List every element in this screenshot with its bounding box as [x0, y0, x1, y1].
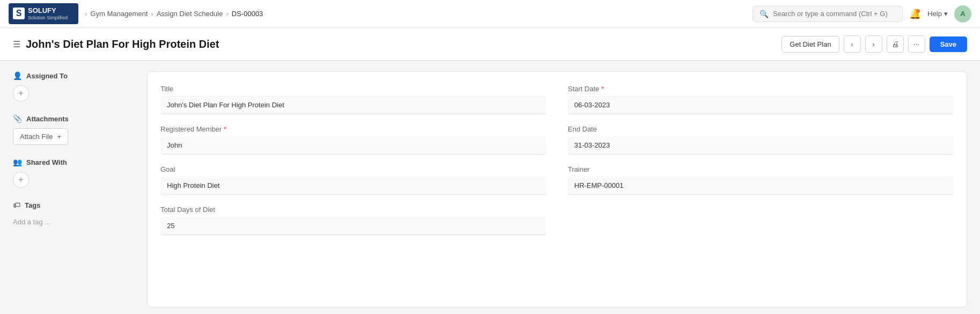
shared-with-section: 👥 Shared With + — [13, 158, 136, 188]
end-date-group: End Date — [568, 125, 954, 155]
hamburger-icon[interactable]: ☰ — [13, 39, 20, 49]
search-box[interactable]: 🔍 — [752, 6, 903, 22]
breadcrumb-sep-2: › — [226, 10, 228, 18]
nav-right: 🔍 🔔 Help ▾ A — [752, 5, 971, 23]
trainer-input[interactable] — [568, 177, 954, 195]
registered-member-group: Registered Member * — [160, 125, 546, 155]
goal-group: Goal — [160, 165, 546, 195]
attach-file-label: Attach File — [20, 133, 53, 141]
logo-icon: S — [13, 8, 25, 19]
logo-text: SOLUFY Solution Simplified — [28, 6, 68, 20]
page-title: John's Diet Plan For High Protein Diet — [26, 38, 219, 50]
add-assigned-to-button[interactable]: + — [13, 85, 29, 101]
share-icon: 👥 — [13, 158, 22, 166]
notification-bell-button[interactable]: 🔔 — [909, 8, 921, 20]
start-date-group: Start Date * — [568, 85, 954, 114]
header-actions: Get Diet Plan ‹ › 🖨 ··· Save — [781, 35, 967, 53]
breadcrumb-gym-management[interactable]: Gym Management — [90, 10, 148, 18]
add-tag-link[interactable]: Add a tag ... — [13, 218, 50, 226]
print-button[interactable]: 🖨 — [887, 35, 904, 53]
breadcrumb: › Gym Management › Assign Diet Schedule … — [85, 10, 263, 18]
breadcrumb-assign-diet[interactable]: Assign Diet Schedule — [157, 10, 223, 18]
logo[interactable]: S SOLUFY Solution Simplified — [9, 3, 78, 24]
start-date-input[interactable] — [568, 96, 954, 114]
breadcrumb-sep-0: › — [85, 10, 87, 18]
help-label: Help — [927, 10, 942, 18]
goal-label: Goal — [160, 165, 546, 173]
form-grid: Title Start Date * Registered Member * E… — [160, 85, 954, 235]
chevron-left-icon: ‹ — [851, 40, 853, 48]
trainer-label: Trainer — [568, 165, 954, 173]
sidebar: 👤 Assigned To + 📎 Attachments Attach Fil… — [13, 71, 136, 308]
attach-plus-icon: + — [57, 133, 61, 141]
tags-label: Tags — [25, 201, 40, 209]
chevron-right-icon: › — [872, 40, 874, 48]
save-button[interactable]: Save — [930, 36, 967, 52]
breadcrumb-sep-1: › — [151, 10, 153, 18]
assigned-to-title: 👤 Assigned To — [13, 71, 136, 80]
end-date-label: End Date — [568, 125, 954, 133]
page-title-area: ☰ John's Diet Plan For High Protein Diet — [13, 38, 219, 50]
breadcrumb-current: DS-00003 — [232, 10, 264, 18]
attachments-label: Attachments — [26, 115, 69, 123]
registered-member-required: * — [224, 125, 226, 133]
more-options-button[interactable]: ··· — [908, 35, 925, 53]
registered-member-label: Registered Member * — [160, 125, 546, 133]
title-label: Title — [160, 85, 546, 93]
goal-input[interactable] — [160, 177, 546, 195]
main-content: 👤 Assigned To + 📎 Attachments Attach Fil… — [0, 61, 980, 314]
title-input[interactable] — [160, 96, 546, 114]
total-days-input[interactable] — [160, 217, 546, 235]
avatar[interactable]: A — [954, 5, 971, 23]
search-input[interactable] — [773, 10, 896, 18]
tags-title: 🏷 Tags — [13, 201, 136, 209]
start-date-required: * — [601, 85, 604, 93]
search-icon: 🔍 — [759, 10, 769, 18]
total-days-label: Total Days of Diet — [160, 206, 546, 214]
topnav: S SOLUFY Solution Simplified › Gym Manag… — [0, 0, 980, 28]
paperclip-icon: 📎 — [13, 114, 22, 123]
form-panel: Title Start Date * Registered Member * E… — [147, 71, 967, 308]
help-button[interactable]: Help ▾ — [927, 10, 948, 18]
end-date-input[interactable] — [568, 136, 954, 155]
tag-icon: 🏷 — [13, 201, 20, 209]
shared-with-title: 👥 Shared With — [13, 158, 136, 166]
next-record-button[interactable]: › — [865, 35, 882, 53]
total-days-group: Total Days of Diet — [160, 206, 546, 235]
assigned-to-section: 👤 Assigned To + — [13, 71, 136, 101]
attachments-section: 📎 Attachments Attach File + — [13, 114, 136, 145]
page-header: ☰ John's Diet Plan For High Protein Diet… — [0, 28, 980, 61]
add-shared-with-button[interactable]: + — [13, 172, 29, 188]
notification-dot — [916, 9, 920, 13]
tags-section: 🏷 Tags Add a tag ... — [13, 201, 136, 226]
print-icon: 🖨 — [891, 40, 899, 48]
person-icon: 👤 — [13, 71, 22, 80]
shared-with-label: Shared With — [26, 158, 67, 166]
ellipsis-icon: ··· — [913, 40, 920, 48]
help-chevron-icon: ▾ — [944, 10, 948, 18]
get-diet-plan-button[interactable]: Get Diet Plan — [781, 36, 839, 53]
title-group: Title — [160, 85, 546, 114]
trainer-group: Trainer — [568, 165, 954, 195]
start-date-label: Start Date * — [568, 85, 954, 93]
assigned-to-label: Assigned To — [26, 72, 68, 80]
registered-member-input[interactable] — [160, 136, 546, 155]
prev-record-button[interactable]: ‹ — [844, 35, 861, 53]
attachments-title: 📎 Attachments — [13, 114, 136, 123]
attach-file-button[interactable]: Attach File + — [13, 128, 68, 145]
